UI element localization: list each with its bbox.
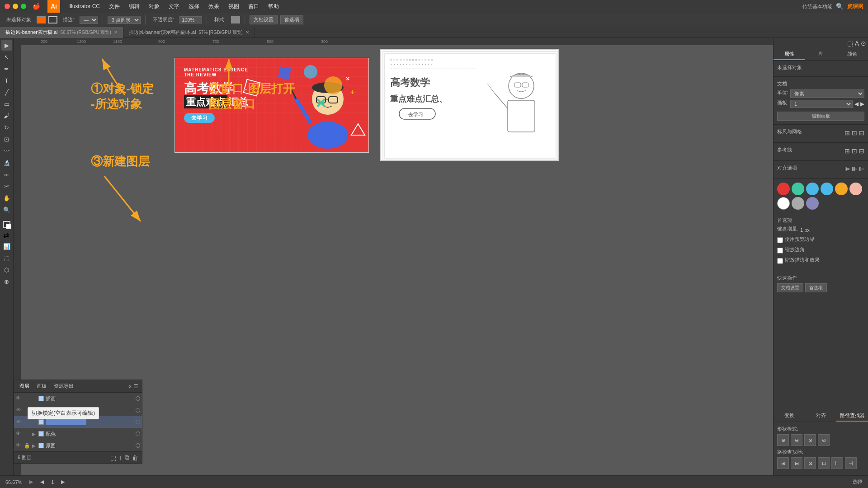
unit-select[interactable]: 像素	[790, 89, 864, 98]
swatch-blue[interactable]	[806, 183, 819, 195]
panel-icon-1[interactable]: ⬚	[847, 40, 853, 47]
layers-tab-export[interactable]: 资源导出	[52, 382, 75, 390]
vis-3[interactable]	[136, 420, 140, 424]
next-artboard[interactable]: ▶	[860, 101, 864, 107]
eye-4[interactable]: 👁	[16, 431, 22, 437]
layers-tab-layers[interactable]: 图层	[18, 382, 31, 390]
new-layer-btn[interactable]: ⬚	[110, 454, 116, 461]
vis-1[interactable]	[136, 396, 140, 401]
align-icon-1[interactable]: ⊫	[844, 165, 850, 173]
ref-icon-3[interactable]: ⊟	[859, 147, 864, 155]
window-controls[interactable]	[5, 4, 26, 9]
expand-4[interactable]: ▶	[32, 432, 37, 436]
expand-5[interactable]: ▶	[32, 443, 37, 448]
opacity-input[interactable]	[179, 16, 202, 23]
brush-tool[interactable]: 🖌	[1, 110, 12, 121]
prev-artboard[interactable]: ◀	[854, 101, 859, 107]
layer-row-4[interactable]: 👁 ▶ 配色	[14, 428, 142, 440]
divide-btn[interactable]: ⊞	[777, 457, 789, 469]
align-icon-3[interactable]: ⊩	[859, 165, 864, 173]
doc-settings-btn[interactable]: 文档设置	[250, 15, 278, 24]
swatch-gray[interactable]	[792, 197, 804, 210]
line-tool[interactable]: ╱	[1, 87, 12, 98]
rotate-tool[interactable]: ↻	[1, 122, 12, 133]
delete-layer-btn[interactable]: 🗑	[132, 454, 138, 461]
scale-tool[interactable]: ⊡	[1, 134, 12, 145]
menu-help[interactable]: 帮助	[264, 2, 283, 11]
stroke-color[interactable]	[48, 16, 57, 23]
zoom-tool[interactable]: 🔍	[1, 204, 12, 215]
swatch-lightblue[interactable]	[821, 183, 833, 195]
artboard-nav-prev[interactable]: ◀	[40, 479, 44, 485]
vis-5[interactable]	[136, 443, 140, 448]
panel-tab-library[interactable]: 库	[805, 49, 837, 60]
layer-row-5[interactable]: 👁 🔒 ▶ 原图	[14, 440, 142, 451]
scissors-tool[interactable]: ✂	[1, 181, 12, 192]
blend-tool[interactable]: ∞	[1, 169, 12, 180]
swap-fill-stroke[interactable]: ⇄	[3, 231, 10, 238]
close-button[interactable]	[5, 4, 10, 9]
move-to-btn[interactable]: ↑	[119, 454, 122, 461]
tab-1-close[interactable]: ✕	[114, 30, 118, 35]
minimize-button[interactable]	[13, 4, 18, 9]
panel-icon-2[interactable]: A	[855, 40, 859, 47]
eye-3[interactable]: 👁	[16, 419, 22, 425]
magic-wand-tool[interactable]: ⬡	[1, 264, 12, 275]
eyedropper-tool[interactable]: 🔬	[1, 157, 12, 168]
fill-color[interactable]	[37, 16, 46, 23]
artboard-select[interactable]: 1	[790, 100, 853, 108]
corner-checkbox[interactable]	[777, 248, 783, 253]
direct-select-tool[interactable]: ↖	[1, 52, 12, 62]
type-tool[interactable]: T	[1, 75, 12, 86]
swatch-peach[interactable]	[849, 183, 862, 195]
bottom-tab-transform[interactable]: 变换	[774, 410, 805, 422]
menu-edit[interactable]: 编辑	[125, 2, 143, 11]
edit-artboard-btn[interactable]: 编辑画板	[777, 112, 864, 121]
shape-select[interactable]: 3 点圆形	[108, 16, 141, 24]
artboard-nav-next[interactable]: ▶	[61, 479, 65, 485]
lock-5[interactable]: 🔒	[24, 443, 30, 449]
swatch-red[interactable]	[777, 183, 790, 195]
snap-grid-icon[interactable]: ⊞	[844, 129, 850, 136]
artboard-tool[interactable]: ⬚	[1, 253, 12, 263]
layer-row-1[interactable]: 👁 插画	[14, 393, 142, 404]
tab-2[interactable]: 插边风-banner演示稿的副本.ai 67% [RGB/GPU 预览] ✕	[123, 27, 255, 38]
stroke-select[interactable]: —	[80, 16, 98, 24]
ref-icon-1[interactable]: ⊞	[844, 147, 850, 155]
menu-text[interactable]: 文字	[165, 2, 183, 11]
vis-4[interactable]	[136, 432, 140, 436]
eye-5[interactable]: 👁	[16, 442, 22, 449]
preferences-btn[interactable]: 首选项	[280, 15, 303, 24]
crop-btn[interactable]: ⊡	[818, 457, 830, 469]
snap-line-icon[interactable]: ⊟	[859, 129, 864, 136]
swatch-lavender[interactable]	[806, 197, 819, 210]
panel-tab-properties[interactable]: 属性	[774, 49, 805, 60]
menu-view[interactable]: 视图	[225, 2, 243, 11]
duplicate-layer-btn[interactable]: ⧉	[125, 454, 129, 461]
menu-select[interactable]: 选择	[185, 2, 203, 11]
minus-back-btn[interactable]: ⊣	[845, 457, 857, 469]
eye-2[interactable]: 👁	[16, 407, 22, 413]
panel-tab-color[interactable]: 颜色	[836, 49, 868, 60]
search-icon[interactable]: 🔍	[836, 3, 844, 10]
menu-object[interactable]: 对象	[145, 2, 163, 11]
eye-1[interactable]: 👁	[16, 395, 22, 402]
rect-tool[interactable]: ▭	[1, 99, 12, 109]
quick-doc-settings[interactable]: 文档设置	[777, 283, 803, 292]
scale-checkbox[interactable]	[777, 258, 783, 264]
exclude-btn[interactable]: ⊘	[818, 434, 830, 446]
fill-stroke-indicator[interactable]	[3, 221, 10, 228]
align-icon-2[interactable]: ⊪	[852, 165, 857, 173]
minus-front-btn[interactable]: ⊖	[791, 434, 802, 446]
tab-2-close[interactable]: ✕	[245, 30, 249, 35]
tab-1[interactable]: 插边风-banner演示稿.ai 66.67% (RGB/GPU 预览) ✕	[0, 27, 123, 38]
quick-preferences[interactable]: 首选项	[805, 283, 827, 292]
apple-icon[interactable]: 🍎	[33, 3, 40, 10]
menu-window[interactable]: 窗口	[245, 2, 263, 11]
menu-effect[interactable]: 效果	[205, 2, 223, 11]
use-preview-checkbox[interactable]	[777, 237, 783, 243]
select-tool[interactable]: ▶	[1, 40, 12, 51]
menu-illustrator[interactable]: Illustrator CC	[65, 2, 104, 10]
snap-dot-icon[interactable]: ⊡	[852, 129, 857, 136]
swatch-white[interactable]	[777, 197, 790, 210]
